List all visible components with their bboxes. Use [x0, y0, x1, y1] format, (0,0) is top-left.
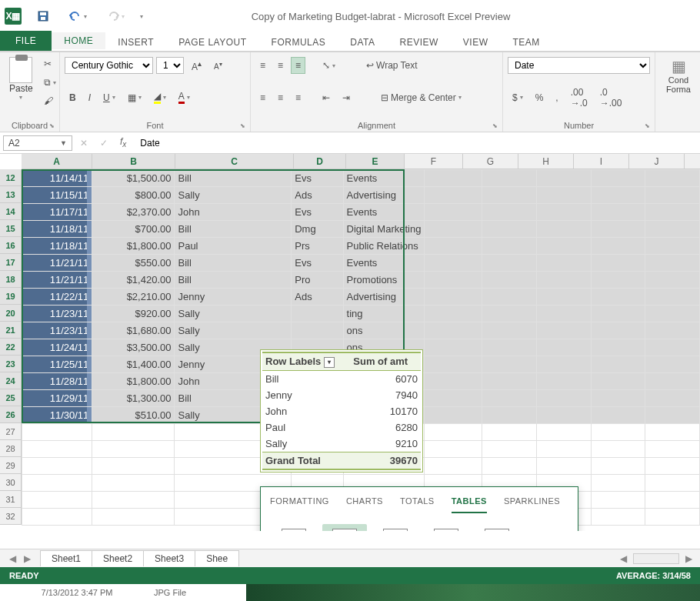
cell[interactable]: 11/22/11 [22, 289, 92, 306]
cell[interactable] [645, 339, 700, 356]
cell[interactable] [425, 356, 482, 373]
cell[interactable] [482, 390, 537, 407]
cell[interactable] [591, 170, 645, 187]
cell[interactable] [591, 390, 645, 407]
cell[interactable] [536, 458, 591, 475]
cell[interactable] [425, 373, 482, 390]
cell[interactable] [482, 204, 537, 221]
cell[interactable] [591, 272, 645, 289]
cell[interactable]: Public Relations [343, 238, 425, 255]
cell[interactable]: Ads [292, 289, 343, 306]
cell[interactable] [591, 322, 645, 339]
row-header[interactable]: 29 [0, 457, 22, 474]
cell[interactable] [482, 221, 537, 238]
align-middle-button[interactable]: ≡ [273, 57, 288, 74]
row-header[interactable]: 30 [0, 474, 22, 491]
cell[interactable] [92, 475, 175, 492]
cell[interactable]: Bill [175, 255, 292, 272]
cell[interactable]: $1,800.00 [92, 373, 175, 390]
cell[interactable]: 11/17/11 [22, 204, 92, 221]
format-painter-button[interactable]: 🖌 [39, 92, 61, 109]
cell[interactable]: $920.00 [92, 306, 175, 322]
cell[interactable]: Promotions [343, 272, 425, 289]
cancel-formula-button[interactable]: ✕ [75, 135, 92, 152]
column-header[interactable]: A [22, 154, 92, 169]
tab-formulas[interactable]: FORMULAS [259, 34, 338, 51]
increase-indent-button[interactable]: ⇥ [338, 89, 355, 106]
cell[interactable] [645, 255, 700, 272]
qa-tab-formatting[interactable]: FORMATTING [270, 496, 329, 513]
decrease-indent-button[interactable]: ⇤ [318, 89, 335, 106]
cell[interactable] [645, 458, 700, 475]
cell[interactable] [591, 407, 645, 424]
cell[interactable] [425, 458, 482, 475]
cell[interactable]: Sally [175, 306, 292, 322]
cell[interactable]: 11/21/11 [22, 272, 92, 289]
column-header[interactable]: C [175, 154, 294, 169]
cell[interactable]: $2,210.00 [92, 289, 175, 306]
sheet-tab[interactable]: Sheet3 [143, 550, 195, 566]
qa-tab-charts[interactable]: CHARTS [346, 496, 383, 513]
qa-tab-totals[interactable]: TOTALS [400, 496, 435, 513]
cell[interactable] [22, 492, 92, 509]
undo-button[interactable]: ▾ [65, 8, 92, 25]
cell[interactable]: Advertising [343, 187, 425, 204]
cell[interactable] [482, 441, 537, 458]
row-header[interactable]: 22 [0, 339, 22, 356]
cell[interactable]: 11/23/11 [22, 322, 92, 339]
orientation-button[interactable]: ⤡▾ [318, 57, 340, 74]
sheet-tab[interactable]: Sheet2 [92, 550, 144, 566]
row-header[interactable]: 25 [0, 389, 22, 406]
hscroll-left[interactable]: ◀ [617, 552, 630, 566]
cell[interactable] [536, 272, 591, 289]
row-header[interactable]: 20 [0, 305, 22, 322]
cell[interactable] [536, 238, 591, 255]
cell[interactable]: $550.00 [92, 255, 175, 272]
sheet-nav-prev[interactable]: ◀ [6, 552, 19, 566]
cell[interactable] [482, 306, 537, 322]
cell[interactable]: Sally [175, 187, 292, 204]
cell[interactable]: $1,420.00 [92, 272, 175, 289]
cell[interactable]: $1,400.00 [92, 356, 175, 373]
align-right-button[interactable]: ≡ [291, 89, 305, 106]
accounting-format-button[interactable]: $▾ [508, 89, 528, 106]
cell[interactable] [591, 458, 645, 475]
cell[interactable]: Events [343, 204, 425, 221]
cell[interactable] [92, 441, 175, 458]
qa-tab-sparklines[interactable]: SPARKLINES [504, 496, 560, 513]
hscroll-track[interactable] [633, 553, 679, 564]
cell[interactable] [482, 170, 537, 187]
cell[interactable] [425, 221, 482, 238]
cell[interactable] [591, 492, 645, 509]
cell[interactable] [645, 322, 700, 339]
fill-color-button[interactable]: ◢▾ [149, 88, 171, 107]
cell[interactable] [482, 255, 537, 272]
cell[interactable] [591, 373, 645, 390]
row-header[interactable]: 24 [0, 372, 22, 389]
cell[interactable] [645, 306, 700, 322]
cell[interactable]: Evs [292, 170, 343, 187]
cell[interactable]: Bill [175, 221, 292, 238]
qa-item-pivottable-1[interactable]: PivotTa... [322, 524, 367, 531]
paste-button[interactable]: Paste ▾ [5, 55, 38, 109]
decrease-font-button[interactable]: A▾ [209, 57, 227, 74]
cell[interactable] [591, 221, 645, 238]
column-header[interactable]: E [346, 154, 405, 169]
cell[interactable] [425, 390, 482, 407]
row-header[interactable]: 16 [0, 237, 22, 254]
cell[interactable]: ting [343, 306, 425, 322]
cell[interactable] [482, 356, 537, 373]
cell[interactable]: $1,800.00 [92, 238, 175, 255]
cell[interactable]: Jenny [175, 289, 292, 306]
cell[interactable]: Bill [175, 272, 292, 289]
sheet-nav-next[interactable]: ▶ [21, 552, 34, 566]
pivot-filter-dropdown[interactable]: ▾ [324, 357, 335, 368]
cell[interactable] [536, 441, 591, 458]
cell[interactable] [92, 458, 175, 475]
cell[interactable]: Digital Marketing [343, 221, 425, 238]
name-box[interactable]: A2 ▼ [3, 135, 72, 151]
conditional-formatting-button[interactable]: ▦ Cond Forma [660, 55, 697, 95]
cell[interactable] [645, 204, 700, 221]
cell[interactable] [425, 306, 482, 322]
cell[interactable] [536, 170, 591, 187]
